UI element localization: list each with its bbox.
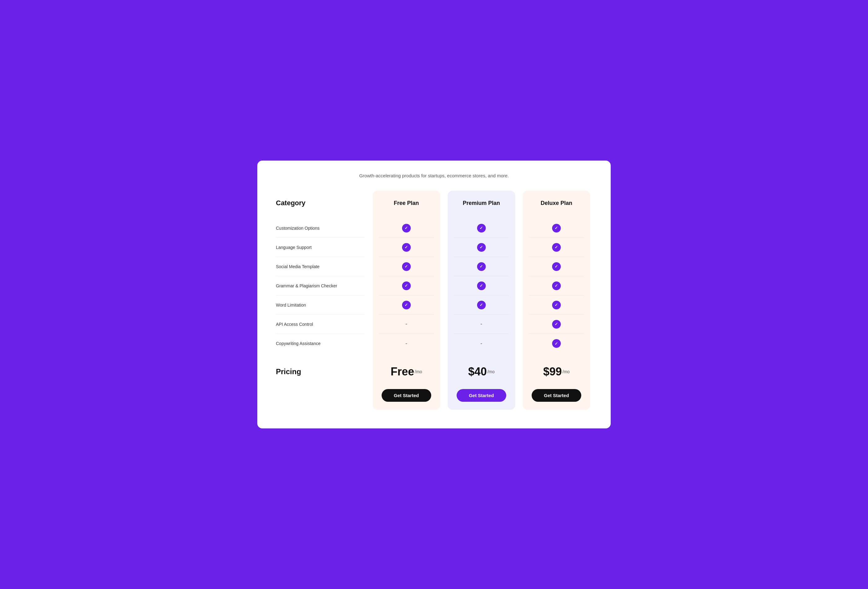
btn-row-deluxe: Get Started: [531, 389, 581, 407]
check-icon: [477, 243, 486, 252]
plan-row-premium-2: [454, 257, 509, 276]
plan-row-deluxe-1: [529, 238, 584, 257]
plan-row-deluxe-0: [529, 218, 584, 238]
plan-row-premium-5: -: [454, 314, 509, 334]
check-icon: [552, 301, 561, 309]
price-per-free: /mo: [415, 369, 422, 374]
price-main-deluxe: $99: [543, 365, 562, 378]
check-icon: [402, 282, 411, 290]
plan-row-free-5: -: [379, 314, 434, 334]
check-icon: [402, 224, 411, 232]
feature-label: API Access Control: [276, 314, 365, 334]
plan-rows-free: --: [379, 218, 434, 353]
feature-label: Social Media Template: [276, 257, 365, 276]
check-icon: [477, 301, 486, 309]
check-icon: [402, 301, 411, 309]
price-per-premium: /mo: [487, 369, 495, 374]
plan-footer-premium: $40/moGet Started: [454, 359, 509, 410]
plan-row-free-0: [379, 218, 434, 238]
plan-col-premium: Premium Plan--$40/moGet Started: [448, 190, 515, 410]
check-icon: [402, 243, 411, 252]
plan-row-premium-6: -: [454, 334, 509, 353]
plan-col-deluxe: Deluxe Plan$99/moGet Started: [523, 190, 590, 410]
price-display-free: Free/mo: [391, 359, 422, 384]
plan-row-deluxe-3: [529, 276, 584, 295]
dash-value: -: [480, 340, 482, 347]
dash-value: -: [406, 340, 407, 347]
pricing-card: Growth-accelerating products for startup…: [257, 161, 611, 428]
plan-row-deluxe-5: [529, 314, 584, 334]
plan-row-free-6: -: [379, 334, 434, 353]
price-display-deluxe: $99/mo: [543, 359, 570, 384]
price-main-premium: $40: [468, 365, 487, 378]
check-icon: [552, 320, 561, 329]
check-icon: [552, 339, 561, 348]
plan-row-deluxe-4: [529, 295, 584, 314]
plan-row-premium-1: [454, 238, 509, 257]
dash-value: -: [406, 321, 407, 327]
plan-name-premium: Premium Plan: [454, 190, 509, 216]
feature-label: Grammar & Plagiarism Checker: [276, 276, 365, 295]
plan-name-free: Free Plan: [379, 190, 434, 216]
price-display-premium: $40/mo: [468, 359, 495, 384]
check-icon: [552, 262, 561, 271]
plan-row-free-3: [379, 276, 434, 295]
plan-row-free-2: [379, 257, 434, 276]
plan-row-deluxe-6: [529, 334, 584, 353]
check-icon: [477, 262, 486, 271]
subtitle: Growth-accelerating products for startup…: [276, 173, 592, 178]
feature-label: Customization Options: [276, 218, 365, 238]
check-icon: [402, 262, 411, 271]
plan-footer-free: Free/moGet Started: [379, 359, 434, 410]
get-started-btn-premium[interactable]: Get Started: [457, 389, 506, 402]
pricing-label: Pricing: [276, 359, 365, 384]
feature-label: Word Limitation: [276, 295, 365, 314]
btn-row-premium: Get Started: [457, 389, 506, 407]
plan-rows-deluxe: [529, 218, 584, 353]
plan-col-free: Free Plan--Free/moGet Started: [373, 190, 440, 410]
get-started-btn-deluxe[interactable]: Get Started: [531, 389, 581, 402]
price-main-free: Free: [391, 365, 414, 378]
check-icon: [552, 282, 561, 290]
plan-row-free-4: [379, 295, 434, 314]
pricing-table: Category Customization OptionsLanguage S…: [276, 190, 592, 410]
check-icon: [552, 243, 561, 252]
btn-row-free: Get Started: [382, 389, 431, 407]
plan-rows-premium: --: [454, 218, 509, 353]
category-rows: Customization OptionsLanguage SupportSoc…: [276, 218, 365, 353]
plan-footer-deluxe: $99/moGet Started: [529, 359, 584, 410]
plan-row-premium-3: [454, 276, 509, 295]
feature-label: Copywriting Assistance: [276, 334, 365, 353]
get-started-btn-free[interactable]: Get Started: [382, 389, 431, 402]
plan-row-premium-0: [454, 218, 509, 238]
plan-name-deluxe: Deluxe Plan: [529, 190, 584, 216]
check-icon: [477, 224, 486, 232]
check-icon: [552, 224, 561, 232]
price-per-deluxe: /mo: [562, 369, 570, 374]
category-column: Category Customization OptionsLanguage S…: [276, 190, 371, 410]
category-header: Category: [276, 190, 365, 216]
check-icon: [477, 282, 486, 290]
plan-row-free-1: [379, 238, 434, 257]
plan-row-premium-4: [454, 295, 509, 314]
plan-row-deluxe-2: [529, 257, 584, 276]
feature-label: Language Support: [276, 238, 365, 257]
dash-value: -: [480, 321, 482, 327]
